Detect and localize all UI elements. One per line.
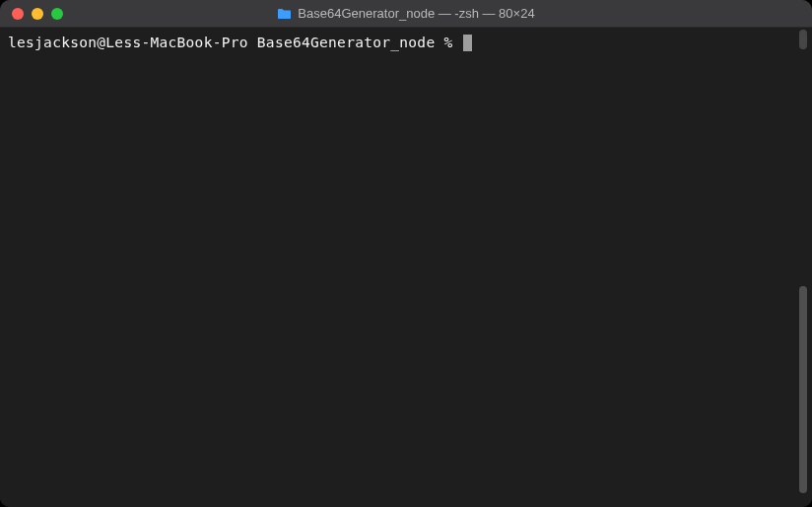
minimize-button[interactable] (32, 8, 43, 20)
terminal-body[interactable]: lesjackson@Less-MacBook-Pro Base64Genera… (0, 28, 812, 507)
close-button[interactable] (12, 8, 24, 20)
prompt-line: lesjackson@Less-MacBook-Pro Base64Genera… (8, 34, 804, 51)
terminal-window: Base64Generator_node — -zsh — 80×24 lesj… (0, 0, 812, 507)
maximize-button[interactable] (51, 8, 63, 20)
window-title: Base64Generator_node — -zsh — 80×24 (298, 6, 534, 21)
folder-icon (277, 8, 292, 20)
scrollbar-track[interactable] (797, 30, 810, 505)
scrollbar-thumb[interactable] (799, 286, 807, 493)
traffic-lights (12, 8, 63, 20)
window-title-wrap: Base64Generator_node — -zsh — 80×24 (277, 6, 534, 21)
scrollbar-indicator (799, 30, 807, 49)
titlebar[interactable]: Base64Generator_node — -zsh — 80×24 (0, 0, 812, 28)
prompt-text: lesjackson@Less-MacBook-Pro Base64Genera… (8, 34, 462, 51)
text-cursor (463, 35, 472, 51)
